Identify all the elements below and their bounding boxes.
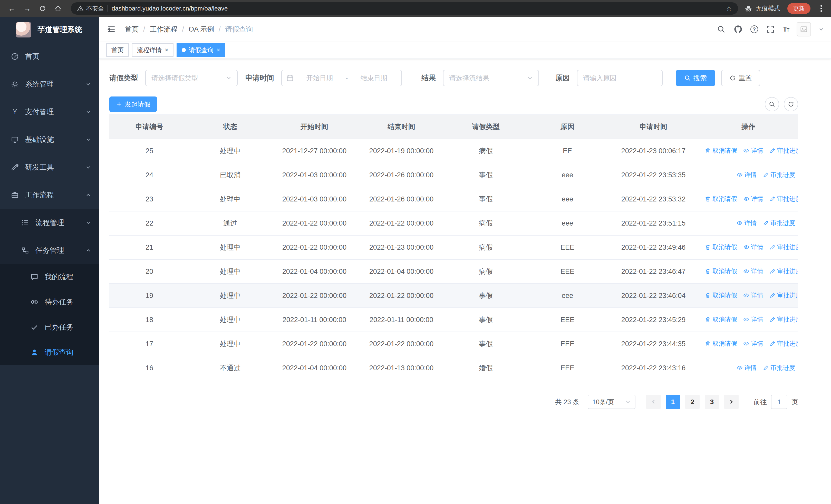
- refresh-table-icon[interactable]: [784, 97, 798, 111]
- detail-link[interactable]: 详情: [743, 147, 763, 155]
- sidebar-item-done-tasks[interactable]: 已办任务: [0, 315, 99, 340]
- browser-update-button[interactable]: 更新: [787, 3, 810, 14]
- cell-id: 23: [109, 187, 190, 211]
- security-label: 不安全: [86, 5, 104, 12]
- approval-progress-link[interactable]: 审批进度: [769, 195, 798, 203]
- cell-status: 通过: [190, 211, 271, 235]
- detail-link[interactable]: 详情: [743, 267, 763, 275]
- view-icon: [743, 244, 749, 250]
- leave-type-label: 请假类型: [109, 73, 138, 83]
- cell-id: 19: [109, 284, 190, 308]
- browser-refresh-icon[interactable]: [36, 2, 49, 15]
- cell-actions: 取消请假详情审批进度: [698, 284, 798, 308]
- search-icon[interactable]: [717, 25, 726, 34]
- fullscreen-icon[interactable]: [766, 25, 775, 34]
- page-button-2[interactable]: 2: [685, 395, 699, 409]
- page-button-1[interactable]: 1: [666, 395, 680, 409]
- bookmark-star-icon[interactable]: ☆: [726, 5, 732, 12]
- detail-link[interactable]: 详情: [743, 339, 763, 348]
- prev-page-button[interactable]: [646, 395, 661, 409]
- font-size-icon[interactable]: TT: [783, 25, 789, 33]
- cancel-leave-link[interactable]: 取消请假: [705, 243, 737, 251]
- goto-page-input[interactable]: [771, 395, 787, 409]
- cancel-leave-link[interactable]: 取消请假: [705, 267, 737, 275]
- breadcrumb-home[interactable]: 首页: [125, 25, 139, 34]
- breadcrumb-oa-example[interactable]: OA 示例: [189, 25, 214, 34]
- page-size-select[interactable]: 10条/页: [588, 395, 635, 409]
- approval-progress-link[interactable]: 审批进度: [763, 364, 795, 372]
- cancel-leave-link[interactable]: 取消请假: [705, 195, 737, 203]
- browser-back-icon[interactable]: ←: [5, 2, 19, 15]
- close-icon[interactable]: ×: [217, 47, 220, 53]
- sidebar-item-leave-query[interactable]: 请假查询: [0, 340, 99, 365]
- sidebar-item-system[interactable]: 系统管理: [0, 70, 99, 98]
- chevron-down-icon[interactable]: [819, 27, 824, 32]
- tools-icon: [11, 163, 19, 171]
- next-page-button[interactable]: [724, 395, 739, 409]
- detail-link[interactable]: 详情: [737, 219, 756, 227]
- chevron-down-icon: [86, 137, 91, 142]
- browser-menu-icon[interactable]: [816, 5, 826, 12]
- tab-home[interactable]: 首页: [106, 43, 129, 57]
- browser-chrome: ← → 不安全 dashboard.yudao.iocoder.cn/bpm/o…: [0, 0, 831, 17]
- sidebar-item-infra[interactable]: 基础设施: [0, 126, 99, 153]
- result-label: 结果: [422, 73, 436, 83]
- goto-suffix: 页: [792, 397, 798, 407]
- search-button[interactable]: 搜索: [676, 70, 715, 86]
- detail-link[interactable]: 详情: [743, 243, 763, 251]
- approval-progress-link[interactable]: 审批进度: [769, 243, 798, 251]
- tab-process-detail[interactable]: 流程详情 ×: [132, 43, 173, 57]
- browser-forward-icon[interactable]: →: [21, 2, 34, 15]
- result-select[interactable]: 请选择流结果: [443, 70, 539, 86]
- approval-progress-link[interactable]: 审批进度: [769, 267, 798, 275]
- tab-leave-query[interactable]: 请假查询 ×: [177, 43, 225, 57]
- detail-link[interactable]: 详情: [737, 364, 756, 372]
- apply-time-range-picker[interactable]: 开始日期 - 结束日期: [281, 70, 402, 86]
- table-row: 22通过2022-01-22 00:00:002022-01-22 00:00:…: [109, 211, 798, 235]
- hide-search-icon[interactable]: [765, 97, 779, 111]
- leave-type-select[interactable]: 请选择请假类型: [145, 70, 238, 86]
- cell-actions: 详情审批进度: [698, 163, 798, 187]
- cell-id: 21: [109, 235, 190, 260]
- sidebar-item-process-management[interactable]: 流程管理: [0, 209, 99, 237]
- reason-input[interactable]: 请输入原因: [577, 70, 663, 86]
- approval-progress-link[interactable]: 审批进度: [769, 316, 798, 324]
- sidebar-item-task-management[interactable]: 任务管理: [0, 237, 99, 264]
- breadcrumb-workflow[interactable]: 工作流程: [150, 25, 178, 34]
- reset-button[interactable]: 重置: [721, 70, 760, 86]
- approval-progress-link[interactable]: 审批进度: [763, 219, 795, 227]
- cancel-leave-link[interactable]: 取消请假: [705, 147, 737, 155]
- view-icon: [743, 196, 749, 202]
- cancel-leave-link[interactable]: 取消请假: [705, 291, 737, 299]
- page-button-3[interactable]: 3: [705, 395, 719, 409]
- detail-link[interactable]: 详情: [743, 291, 763, 299]
- sidebar-item-my-process[interactable]: 我的流程: [0, 264, 99, 290]
- cell-end: 2022-01-19 00:00:00: [358, 139, 445, 163]
- cell-type: 病假: [445, 260, 526, 284]
- cancel-leave-link[interactable]: 取消请假: [705, 339, 737, 348]
- detail-link[interactable]: 详情: [737, 171, 756, 179]
- help-icon[interactable]: ?: [750, 25, 758, 33]
- create-leave-button[interactable]: 发起请假: [109, 96, 157, 112]
- sidebar-item-payment[interactable]: ¥ 支付管理: [0, 98, 99, 126]
- sidebar-item-home[interactable]: 首页: [0, 42, 99, 70]
- sidebar-item-workflow[interactable]: 工作流程: [0, 181, 99, 209]
- close-icon[interactable]: ×: [165, 47, 168, 53]
- approval-progress-link[interactable]: 审批进度: [763, 171, 795, 179]
- github-icon[interactable]: [734, 25, 743, 34]
- sidebar-item-devtools[interactable]: 研发工具: [0, 153, 99, 181]
- approval-progress-link[interactable]: 审批进度: [769, 147, 798, 155]
- browser-home-icon[interactable]: [51, 2, 65, 15]
- sidebar-toggle-icon[interactable]: [106, 24, 116, 34]
- user-avatar[interactable]: [797, 22, 811, 36]
- cell-id: 16: [109, 356, 190, 380]
- url-bar[interactable]: 不安全 dashboard.yudao.iocoder.cn/bpm/oa/le…: [71, 2, 738, 14]
- sidebar-item-todo-tasks[interactable]: 待办任务: [0, 290, 99, 315]
- approval-progress-link[interactable]: 审批进度: [769, 291, 798, 299]
- approval-progress-link[interactable]: 审批进度: [769, 339, 798, 348]
- yen-icon: ¥: [11, 108, 19, 116]
- security-chip[interactable]: 不安全: [77, 5, 104, 12]
- cancel-leave-link[interactable]: 取消请假: [705, 316, 737, 324]
- detail-link[interactable]: 详情: [743, 316, 763, 324]
- detail-link[interactable]: 详情: [743, 195, 763, 203]
